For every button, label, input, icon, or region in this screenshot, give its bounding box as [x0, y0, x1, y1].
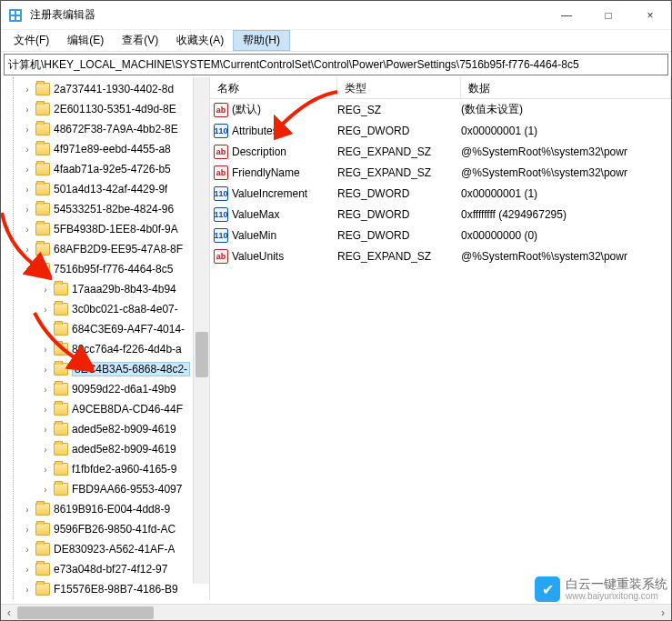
tree-item[interactable]: ›684C3E69-A4F7-4014- [3, 319, 209, 339]
tree-item[interactable]: ›2a737441-1930-4402-8d [3, 79, 209, 99]
expand-icon[interactable]: › [39, 305, 52, 315]
expand-icon[interactable]: › [21, 505, 34, 515]
tree-item[interactable]: ›4f971e89-eebd-4455-a8 [3, 139, 209, 159]
scroll-right-arrow[interactable]: › [655, 605, 671, 621]
tree-item[interactable]: ›f1fbfde2-a960-4165-9 [3, 459, 209, 479]
expand-icon[interactable]: › [21, 565, 34, 575]
tree-item-label: 5FB4938D-1EE8-4b0f-9A [54, 223, 178, 235]
menu-view[interactable]: 查看(V) [113, 30, 167, 51]
horizontal-scrollbar[interactable]: ‹ › [1, 604, 671, 620]
expand-icon[interactable]: › [21, 205, 34, 215]
expand-icon[interactable]: › [39, 485, 52, 495]
tree-item[interactable]: ›3c0bc021-c8a8-4e07- [3, 299, 209, 319]
scroll-left-arrow[interactable]: ‹ [1, 605, 17, 621]
expand-icon[interactable]: › [21, 125, 34, 135]
column-header-data[interactable]: 数据 [461, 77, 671, 98]
column-header-type[interactable]: 类型 [337, 77, 461, 98]
expand-icon[interactable]: › [21, 85, 34, 95]
svg-rect-2 [16, 11, 20, 15]
tree-item[interactable]: ›aded5e82-b909-4619 [3, 439, 209, 459]
tree-item[interactable]: ›F15576E8-98B7-4186-B9 [3, 579, 209, 599]
column-header-name[interactable]: 名称 [210, 77, 337, 98]
values-pane: 名称 类型 数据 ab(默认)REG_SZ(数值未设置)110Attribute… [210, 77, 671, 600]
scroll-track[interactable] [17, 605, 655, 621]
values-list[interactable]: ab(默认)REG_SZ(数值未设置)110AttributesREG_DWOR… [210, 99, 671, 266]
registry-tree[interactable]: ›2a737441-1930-4402-8d›2E601130-5351-4d9… [1, 77, 209, 600]
tree-item[interactable]: ›DE830923-A562-41AF-A [3, 539, 209, 559]
tree-pane: ›2a737441-1930-4402-8d›2E601130-5351-4d9… [1, 77, 210, 600]
expand-icon[interactable]: › [21, 185, 34, 195]
menu-help[interactable]: 帮助(H) [233, 30, 290, 51]
tree-item[interactable]: ›e73a048d-bf27-4f12-97 [3, 559, 209, 579]
tree-item[interactable]: ⌄7516b95f-f776-4464-8c5 [3, 259, 209, 279]
expand-icon[interactable]: › [39, 445, 52, 455]
folder-icon [54, 323, 68, 336]
watermark-title: 白云一键重装系统 [566, 577, 667, 591]
watermark: ✔ 白云一键重装系统 www.baiyunxitong.com [535, 576, 667, 602]
value-row[interactable]: 110AttributesREG_DWORD0x00000001 (1) [210, 120, 671, 141]
expand-icon[interactable]: › [21, 245, 34, 255]
tree-item-label: A9CEB8DA-CD46-44F [72, 403, 183, 416]
value-row[interactable]: abDescriptionREG_EXPAND_SZ@%SystemRoot%\… [210, 141, 671, 162]
tree-item-label: F15576E8-98B7-4186-B9 [54, 583, 178, 596]
svg-rect-1 [11, 11, 15, 15]
value-name: ValueMax [232, 208, 337, 221]
tree-item[interactable]: ›90959d22-d6a1-49b9 [3, 379, 209, 399]
value-row[interactable]: abValueUnitsREG_EXPAND_SZ@%SystemRoot%\s… [210, 245, 671, 266]
tree-item[interactable]: ›4faab71a-92e5-4726-b5 [3, 159, 209, 179]
tree-item[interactable]: ›89cc76a4-f226-4d4b-a [3, 339, 209, 359]
tree-item[interactable]: ›17aaa29b-8b43-4b94 [3, 279, 209, 299]
expand-icon[interactable]: › [21, 225, 34, 235]
maximize-button[interactable]: □ [587, 1, 629, 30]
value-row[interactable]: 110ValueMaxREG_DWORD0xffffffff (42949672… [210, 204, 671, 225]
expand-icon[interactable]: › [39, 465, 52, 475]
value-name: Description [232, 145, 337, 158]
tree-item-label: 4f971e89-eebd-4455-a8 [54, 143, 171, 155]
folder-icon [54, 443, 68, 456]
menu-edit[interactable]: 编辑(E) [58, 30, 113, 51]
tree-item[interactable]: ›A9CEB8DA-CD46-44F [3, 399, 209, 419]
tree-item-label: DE830923-A562-41AF-A [54, 543, 175, 556]
expand-icon[interactable]: › [39, 365, 52, 375]
value-row[interactable]: abFriendlyNameREG_EXPAND_SZ@%SystemRoot%… [210, 162, 671, 183]
tree-item[interactable]: ›8EC4B3A5-6868-48c2- [3, 359, 209, 379]
tree-vertical-scrollbar[interactable] [193, 77, 209, 584]
close-button[interactable]: × [629, 1, 671, 30]
tree-item[interactable]: ›2E601130-5351-4d9d-8E [3, 99, 209, 119]
string-value-icon: ab [214, 249, 228, 264]
value-row[interactable]: ab(默认)REG_SZ(数值未设置) [210, 99, 671, 120]
address-text: 计算机\HKEY_LOCAL_MACHINE\SYSTEM\CurrentCon… [8, 57, 579, 73]
expand-icon[interactable]: › [21, 145, 34, 155]
tree-item[interactable]: ›9596FB26-9850-41fd-AC [3, 519, 209, 539]
tree-item[interactable]: ›48672F38-7A9A-4bb2-8E [3, 119, 209, 139]
menu-favorites[interactable]: 收藏夹(A) [167, 30, 233, 51]
expand-icon[interactable]: › [21, 165, 34, 175]
expand-icon[interactable]: › [21, 585, 34, 595]
expand-icon[interactable]: › [39, 345, 52, 355]
menu-file[interactable]: 文件(F) [5, 30, 58, 51]
value-row[interactable]: 110ValueIncrementREG_DWORD0x00000001 (1) [210, 183, 671, 204]
tree-item-label: 2E601130-5351-4d9d-8E [54, 103, 176, 115]
tree-item[interactable]: ›5FB4938D-1EE8-4b0f-9A [3, 219, 209, 239]
string-value-icon: ab [214, 165, 228, 180]
expand-icon[interactable]: › [21, 105, 34, 115]
expand-icon[interactable]: › [39, 425, 52, 435]
expand-icon[interactable]: › [39, 325, 52, 335]
expand-icon[interactable]: › [39, 385, 52, 395]
tree-item[interactable]: ›68AFB2D9-EE95-47A8-8F [3, 239, 209, 259]
tree-item[interactable]: ›aded5e82-b909-4619 [3, 419, 209, 439]
expand-icon[interactable]: › [21, 525, 34, 535]
tree-item[interactable]: ›501a4d13-42af-4429-9f [3, 179, 209, 199]
value-row[interactable]: 110ValueMinREG_DWORD0x00000000 (0) [210, 225, 671, 245]
expand-icon[interactable]: › [39, 405, 52, 415]
expand-icon[interactable]: › [21, 545, 34, 555]
collapse-icon[interactable]: ⌄ [21, 265, 34, 275]
address-bar[interactable]: 计算机\HKEY_LOCAL_MACHINE\SYSTEM\CurrentCon… [4, 54, 668, 75]
expand-icon[interactable]: › [39, 285, 52, 295]
tree-item[interactable]: ›54533251-82be-4824-96 [3, 199, 209, 219]
folder-icon [35, 103, 50, 115]
minimize-button[interactable]: — [546, 1, 587, 30]
tree-item[interactable]: ›8619B916-E004-4dd8-9 [3, 499, 209, 519]
tree-item[interactable]: ›FBD9AA66-9553-4097 [3, 479, 209, 499]
value-type: REG_DWORD [337, 187, 461, 200]
